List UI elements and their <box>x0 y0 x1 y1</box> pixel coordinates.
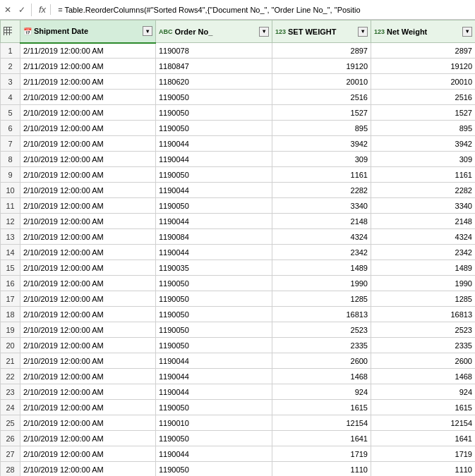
row-number: 22 <box>1 369 20 384</box>
order-no-cell: 1190050 <box>156 307 272 322</box>
formula-bar-icons: ✕ ✓ <box>3 4 32 16</box>
net-weight-cell: 3340 <box>371 198 476 214</box>
table-row: 82/10/2019 12:00:00 AM1190044309309 <box>1 152 476 167</box>
order-no-cell: 1190044 <box>156 152 272 167</box>
net-weight-cell: 2342 <box>371 245 476 260</box>
net-weight-cell: 1527 <box>371 105 476 121</box>
set-weight-cell: 2148 <box>272 214 371 229</box>
set-weight-cell: 1527 <box>272 105 371 121</box>
shipment-date-cell: 2/10/2019 12:00:00 AM <box>20 400 156 415</box>
shipment-date-cell: 2/11/2019 12:00:00 AM <box>20 74 156 90</box>
table-row: 162/10/2019 12:00:00 AM119005019901990 <box>1 276 476 291</box>
order-no-cell: 1190084 <box>156 229 272 245</box>
shipment-date-cell: 2/10/2019 12:00:00 AM <box>20 121 156 136</box>
set-weight-cell: 20010 <box>272 74 371 90</box>
formula-text[interactable]: = Table.ReorderColumns(#"Sorted Rows4",{… <box>54 6 472 14</box>
table-row: 112/10/2019 12:00:00 AM119005033403340 <box>1 198 476 214</box>
row-number: 28 <box>1 462 20 477</box>
row-number: 12 <box>1 214 20 229</box>
net-weight-cell: 1161 <box>371 167 476 183</box>
row-number: 23 <box>1 384 20 400</box>
set-weight-cell: 895 <box>272 121 371 136</box>
cancel-icon[interactable]: ✕ <box>3 4 13 16</box>
table-row: 282/10/2019 12:00:00 AM119005011101110 <box>1 462 476 477</box>
shipment-date-cell: 2/10/2019 12:00:00 AM <box>20 260 156 276</box>
shipment-date-cell: 2/10/2019 12:00:00 AM <box>20 369 156 384</box>
table-row: 92/10/2019 12:00:00 AM119005011611161 <box>1 167 476 183</box>
shipment-date-cell: 2/10/2019 12:00:00 AM <box>20 152 156 167</box>
set-weight-cell: 309 <box>272 152 371 167</box>
row-number: 13 <box>1 229 20 245</box>
shipment-date-cell: 2/10/2019 12:00:00 AM <box>20 183 156 198</box>
netweight-filter-btn[interactable]: ▾ <box>462 27 472 37</box>
confirm-icon[interactable]: ✓ <box>17 4 27 16</box>
net-weight-cell: 2897 <box>371 43 476 59</box>
order-no-cell: 1190050 <box>156 400 272 415</box>
table-row: 122/10/2019 12:00:00 AM119004421482148 <box>1 214 476 229</box>
text-icon: ABC <box>159 28 173 35</box>
row-number: 14 <box>1 245 20 260</box>
set-weight-label: SET WEIGHT <box>288 28 336 36</box>
data-grid: 📅 Shipment Date ▾ ABC Order No_ ▾ <box>0 20 475 476</box>
shipment-date-cell: 2/10/2019 12:00:00 AM <box>20 90 156 105</box>
row-number: 7 <box>1 136 20 152</box>
shipment-date-header[interactable]: 📅 Shipment Date ▾ <box>20 20 156 43</box>
set-weight-cell: 2897 <box>272 43 371 59</box>
table-row: 232/10/2019 12:00:00 AM1190044924924 <box>1 384 476 400</box>
order-no-cell: 1190050 <box>156 462 272 477</box>
row-number: 9 <box>1 167 20 183</box>
shipment-date-cell: 2/10/2019 12:00:00 AM <box>20 415 156 431</box>
grid-corner-icon <box>4 27 12 35</box>
net-weight-header[interactable]: 123 Net Weight ▾ <box>371 20 476 43</box>
set-weight-header[interactable]: 123 SET WEIGHT ▾ <box>272 20 371 43</box>
order-filter-btn[interactable]: ▾ <box>259 27 269 37</box>
order-no-cell: 1190035 <box>156 260 272 276</box>
set-weight-cell: 924 <box>272 384 371 400</box>
set-weight-cell: 3942 <box>272 136 371 152</box>
net-weight-cell: 2282 <box>371 183 476 198</box>
row-number: 21 <box>1 353 20 369</box>
net-weight-cell: 4324 <box>371 229 476 245</box>
table-row: 22/11/2019 12:00:00 AM11808471912019120 <box>1 59 476 74</box>
order-no-cell: 1190050 <box>156 167 272 183</box>
order-no-cell: 1190050 <box>156 322 272 338</box>
table-row: 242/10/2019 12:00:00 AM119005016151615 <box>1 400 476 415</box>
order-no-cell: 1190050 <box>156 105 272 121</box>
shipment-date-label: Shipment Date <box>34 27 88 35</box>
table-row: 42/10/2019 12:00:00 AM119005025162516 <box>1 90 476 105</box>
set-weight-cell: 16813 <box>272 307 371 322</box>
order-no-cell: 1190078 <box>156 43 272 59</box>
fx-label: fx <box>35 4 51 15</box>
net-weight-cell: 2600 <box>371 353 476 369</box>
order-no-cell: 1190044 <box>156 384 272 400</box>
net-weight-cell: 309 <box>371 152 476 167</box>
table-row: 52/10/2019 12:00:00 AM119005015271527 <box>1 105 476 121</box>
net-weight-cell: 3942 <box>371 136 476 152</box>
row-number: 20 <box>1 338 20 353</box>
order-no-cell: 1190050 <box>156 276 272 291</box>
row-number: 17 <box>1 291 20 307</box>
order-no-header[interactable]: ABC Order No_ ▾ <box>156 20 272 43</box>
net-weight-cell: 1285 <box>371 291 476 307</box>
row-number: 6 <box>1 121 20 136</box>
table-row: 252/10/2019 12:00:00 AM11900101215412154 <box>1 415 476 431</box>
setweight-filter-btn[interactable]: ▾ <box>358 27 368 37</box>
table-row: 272/10/2019 12:00:00 AM119004417191719 <box>1 446 476 462</box>
order-no-cell: 1190044 <box>156 369 272 384</box>
shipment-filter-btn[interactable]: ▾ <box>143 26 152 36</box>
set-weight-cell: 1161 <box>272 167 371 183</box>
set-weight-cell: 2600 <box>272 353 371 369</box>
order-no-cell: 1190044 <box>156 446 272 462</box>
set-weight-cell: 2335 <box>272 338 371 353</box>
shipment-date-cell: 2/10/2019 12:00:00 AM <box>20 229 156 245</box>
shipment-date-cell: 2/10/2019 12:00:00 AM <box>20 462 156 477</box>
row-number: 26 <box>1 431 20 446</box>
order-no-cell: 1190044 <box>156 214 272 229</box>
order-no-cell: 1190050 <box>156 121 272 136</box>
shipment-date-cell: 2/10/2019 12:00:00 AM <box>20 322 156 338</box>
row-number: 1 <box>1 43 20 59</box>
net-weight-cell: 2335 <box>371 338 476 353</box>
net-weight-cell: 1615 <box>371 400 476 415</box>
order-no-cell: 1190044 <box>156 136 272 152</box>
table-row: 262/10/2019 12:00:00 AM119005016411641 <box>1 431 476 446</box>
